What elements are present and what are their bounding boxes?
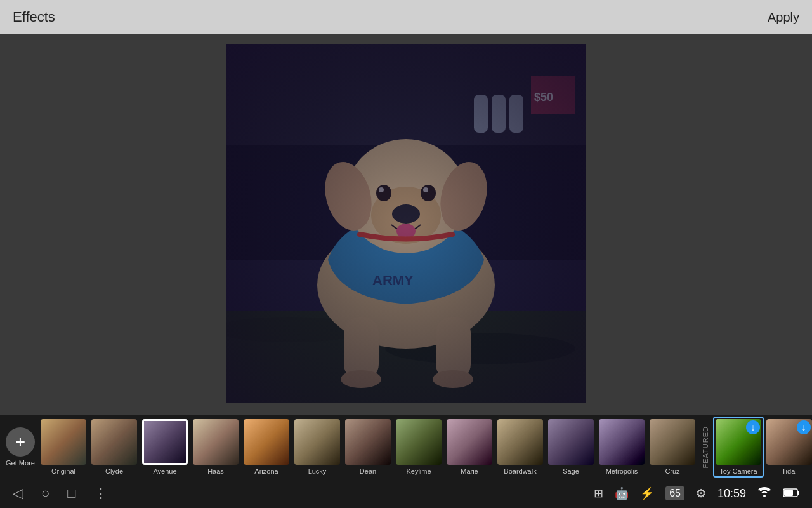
filter-label-dean: Dean bbox=[360, 467, 376, 475]
download-badge-tidal: ↓ bbox=[797, 420, 811, 434]
filter-thumb-cruz bbox=[650, 419, 695, 465]
featured-divider: Featured bbox=[698, 418, 713, 476]
android-icon: 🤖 bbox=[615, 486, 629, 500]
download-badge-toy-camera: ↓ bbox=[746, 420, 760, 434]
clock: 10:59 bbox=[717, 487, 746, 500]
filter-label-boardwalk: Boardwalk bbox=[504, 467, 536, 475]
filter-thumb-boardwalk bbox=[497, 419, 543, 465]
filter-label-arizona: Arizona bbox=[254, 467, 278, 475]
filter-label-keylime: Keylime bbox=[406, 467, 431, 475]
filter-metropolis[interactable]: Metropolis bbox=[596, 417, 647, 478]
filter-thumb-haas bbox=[193, 419, 239, 465]
nav-left: ◁ ○ □ ⋮ bbox=[13, 485, 108, 502]
page-title: Effects bbox=[13, 9, 55, 25]
filter-thumb-clyde bbox=[91, 419, 137, 465]
filter-thumb-original bbox=[41, 419, 86, 465]
filter-haas[interactable]: Haas bbox=[190, 417, 241, 478]
photo-preview: $50 ARMY bbox=[226, 44, 586, 403]
filter-thumb-metropolis bbox=[599, 419, 645, 465]
filter-label-avenue: Avenue bbox=[153, 467, 176, 475]
filter-clyde[interactable]: Clyde bbox=[89, 417, 140, 478]
filter-sage[interactable]: Sage bbox=[546, 417, 596, 478]
settings-icon: ⚙ bbox=[696, 486, 706, 500]
filter-label-marie: Marie bbox=[461, 467, 478, 475]
filter-lucky[interactable]: Lucky bbox=[292, 417, 343, 478]
filter-original[interactable]: Original bbox=[38, 417, 89, 478]
battery-temp: 65 bbox=[665, 486, 684, 500]
filter-strip: + Get More Original Clyde Avenue Haas Ar… bbox=[0, 415, 812, 479]
battery-icon bbox=[783, 487, 799, 500]
filter-label-metropolis: Metropolis bbox=[606, 467, 638, 475]
filter-thumb-toy-camera: ↓ bbox=[716, 419, 761, 465]
filter-thumb-arizona bbox=[244, 419, 289, 465]
get-more-label: Get More bbox=[6, 459, 35, 467]
apply-button[interactable]: Apply bbox=[768, 10, 799, 25]
get-more-filter[interactable]: + Get More bbox=[3, 425, 38, 469]
filter-label-tidal: Tidal bbox=[782, 467, 796, 475]
main-image-area: $50 ARMY bbox=[0, 34, 812, 413]
filter-keylime[interactable]: Keylime bbox=[393, 417, 444, 478]
nav-right: ⊞ 🤖 ⚡ 65 ⚙ 10:59 bbox=[594, 486, 799, 500]
top-bar: Effects Apply bbox=[0, 0, 812, 34]
filter-arizona[interactable]: Arizona bbox=[241, 417, 292, 478]
back-button[interactable]: ◁ bbox=[13, 485, 23, 502]
filter-label-sage: Sage bbox=[563, 467, 579, 475]
filter-thumb-dean bbox=[345, 419, 391, 465]
filter-cruz[interactable]: Cruz bbox=[647, 417, 698, 478]
wifi-icon bbox=[757, 487, 771, 500]
filter-thumb-lucky bbox=[294, 419, 340, 465]
filter-thumb-sage bbox=[548, 419, 594, 465]
recent-apps-button[interactable]: □ bbox=[67, 485, 75, 502]
filter-label-original: Original bbox=[51, 467, 75, 475]
filter-toy-camera[interactable]: ↓ Toy Camera bbox=[713, 417, 764, 478]
filter-thumb-marie bbox=[447, 419, 492, 465]
filter-dean[interactable]: Dean bbox=[343, 417, 393, 478]
filter-label-cruz: Cruz bbox=[665, 467, 679, 475]
menu-button[interactable]: ⋮ bbox=[94, 485, 108, 502]
svg-rect-28 bbox=[226, 44, 586, 403]
filter-label-haas: Haas bbox=[207, 467, 224, 475]
photo-svg: $50 ARMY bbox=[226, 44, 586, 403]
filter-tidal[interactable]: ↓ Tidal bbox=[764, 417, 812, 478]
filter-boardwalk[interactable]: Boardwalk bbox=[495, 417, 546, 478]
svg-rect-31 bbox=[784, 490, 793, 496]
filter-thumb-tidal: ↓ bbox=[766, 419, 812, 465]
filter-label-toy-camera: Toy Camera bbox=[719, 467, 757, 475]
usb-icon: ⚡ bbox=[640, 486, 654, 500]
filter-thumb-keylime bbox=[396, 419, 442, 465]
home-button[interactable]: ○ bbox=[41, 485, 49, 502]
screenshot-icon: ⊞ bbox=[594, 486, 603, 500]
filter-marie[interactable]: Marie bbox=[444, 417, 495, 478]
svg-rect-30 bbox=[797, 491, 799, 495]
filter-thumb-avenue bbox=[142, 419, 188, 465]
filter-label-lucky: Lucky bbox=[308, 467, 327, 475]
featured-label: Featured bbox=[702, 426, 709, 468]
get-more-button[interactable]: + bbox=[6, 427, 35, 457]
filter-avenue[interactable]: Avenue bbox=[140, 417, 190, 478]
filter-label-clyde: Clyde bbox=[105, 467, 123, 475]
nav-bar: ◁ ○ □ ⋮ ⊞ 🤖 ⚡ 65 ⚙ 10:59 bbox=[0, 479, 812, 508]
